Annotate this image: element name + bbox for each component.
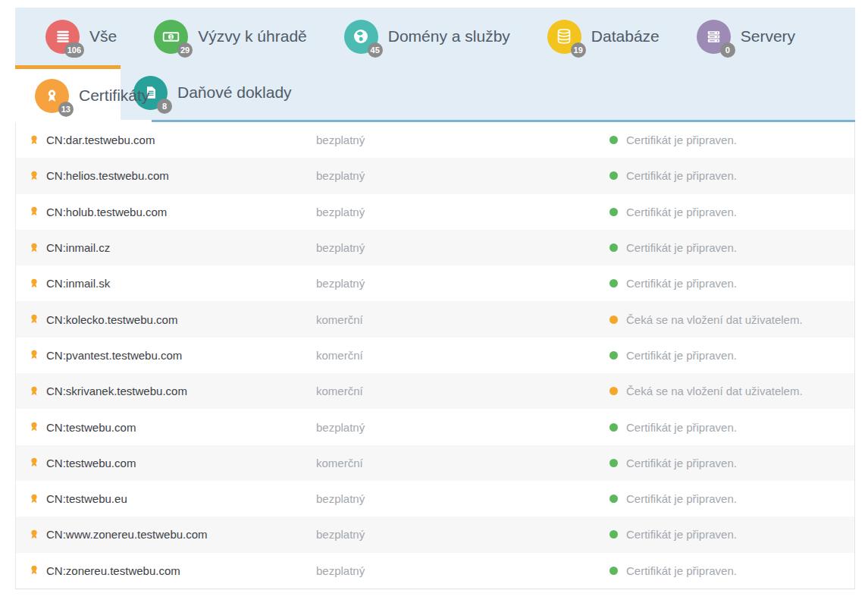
certificate-status: Certifikát je připraven. xyxy=(609,277,854,290)
certificates-table: CN:dar.testwebu.com bezplatný Certifikát… xyxy=(15,122,855,589)
status-text: Certifikát je připraven. xyxy=(626,528,737,541)
certificate-name: CN:www.zonereu.testwebu.com xyxy=(46,528,316,541)
count-badge: 19 xyxy=(571,42,586,58)
status-text: Certifikát je připraven. xyxy=(626,169,737,182)
tab-label: Daňové doklady xyxy=(177,83,292,102)
certificate-status: Certifikát je připraven. xyxy=(609,528,854,541)
tab-vyzvy-k-uhrade[interactable]: 1 29 Výzvy k úhradě xyxy=(137,20,327,54)
certificate-status: Certifikát je připraven. xyxy=(609,349,854,362)
certificate-type: bezplatný xyxy=(316,277,609,290)
certificate-row[interactable]: CN:inmail.sk bezplatný Certifikát je při… xyxy=(16,265,854,301)
status-text: Certifikát je připraven. xyxy=(626,206,737,218)
certificate-type: bezplatný xyxy=(316,492,609,505)
status-text: Certifikát je připraven. xyxy=(626,241,737,254)
tab-certifikaty[interactable]: 13 Certifikáty xyxy=(15,65,121,122)
certificate-type: komerční xyxy=(316,313,609,326)
certificate-type: bezplatný xyxy=(316,133,609,146)
certificate-name: CN:inmail.cz xyxy=(46,241,316,254)
status-text: Certifikát je připraven. xyxy=(626,277,737,290)
certificate-status: Čeká se na vložení dat uživatelem. xyxy=(609,313,854,326)
status-dot xyxy=(609,316,618,324)
certificate-row[interactable]: CN:pvantest.testwebu.com komerční Certif… xyxy=(16,338,854,373)
certificate-name: CN:skrivanek.testwebu.com xyxy=(46,385,316,397)
tab-domeny-a-sluzby[interactable]: 45 Domény a služby xyxy=(327,20,531,54)
count-badge: 8 xyxy=(157,99,172,114)
tab-label: Certifikáty xyxy=(79,86,149,105)
certificate-name: CN:testwebu.com xyxy=(46,421,316,434)
status-dot xyxy=(609,423,618,432)
certificate-row[interactable]: CN:testwebu.com komerční Certifikát je p… xyxy=(16,445,854,481)
status-text: Certifikát je připraven. xyxy=(626,349,737,362)
certificate-name: CN:pvantest.testwebu.com xyxy=(46,349,316,362)
status-dot xyxy=(609,279,618,287)
certificate-row[interactable]: CN:holub.testwebu.com bezplatný Certifik… xyxy=(16,194,854,230)
tab-label: Databáze xyxy=(591,27,660,46)
certificate-row[interactable]: CN:testwebu.com bezplatný Certifikát je … xyxy=(16,409,854,444)
certificate-status: Čeká se na vložení dat uživatelem. xyxy=(609,385,854,397)
certificate-type: bezplatný xyxy=(316,421,609,434)
status-text: Certifikát je připraven. xyxy=(626,133,737,146)
status-text: Certifikát je připraven. xyxy=(626,492,737,505)
status-dot xyxy=(609,567,618,575)
certificate-row[interactable]: CN:dar.testwebu.com bezplatný Certifikát… xyxy=(16,122,854,158)
certificate-name: CN:zonereu.testwebu.com xyxy=(46,564,316,577)
count-badge: 13 xyxy=(58,102,74,117)
certificate-status: Certifikát je připraven. xyxy=(609,492,854,505)
status-dot xyxy=(609,459,618,467)
globe-icon xyxy=(352,27,370,46)
certificate-row[interactable]: CN:www.zonereu.testwebu.com bezplatný Ce… xyxy=(16,517,854,552)
status-text: Certifikát je připraven. xyxy=(626,564,737,577)
tab-vse[interactable]: 106 Vše xyxy=(29,20,137,54)
certificate-type: komerční xyxy=(316,457,609,469)
status-dot xyxy=(609,530,618,538)
svg-text:1: 1 xyxy=(170,33,173,39)
document-tabs-row: 13 Certifikáty 8 Daňové doklady xyxy=(15,65,855,120)
status-dot xyxy=(609,136,618,144)
certificate-icon xyxy=(28,170,40,182)
certificate-type: komerční xyxy=(316,349,609,362)
status-dot xyxy=(609,495,618,503)
status-dot xyxy=(609,387,618,395)
certificate-icon xyxy=(28,421,40,433)
certificate-name: CN:dar.testwebu.com xyxy=(46,133,316,146)
category-tabs-row: 106 Vše 1 29 Výzvy k úhradě 45 Domény a … xyxy=(15,8,855,65)
tab-label: Domény a služby xyxy=(388,27,510,46)
status-text: Certifikát je připraven. xyxy=(626,457,737,469)
certificate-name: CN:inmail.sk xyxy=(46,277,316,290)
certificate-row[interactable]: CN:zonereu.testwebu.com bezplatný Certif… xyxy=(16,553,854,589)
tab-databaze[interactable]: 19 Databáze xyxy=(531,20,680,54)
certificate-status: Certifikát je připraven. xyxy=(609,421,854,434)
count-badge: 106 xyxy=(64,42,84,58)
status-dot xyxy=(609,351,618,360)
certificate-row[interactable]: CN:testwebu.eu bezplatný Certifikát je p… xyxy=(16,481,854,517)
status-dot xyxy=(609,208,618,216)
count-badge: 0 xyxy=(720,42,735,58)
certificate-icon xyxy=(28,206,40,218)
certificate-icon xyxy=(28,349,40,361)
certificate-type: bezplatný xyxy=(316,241,609,254)
status-dot xyxy=(609,243,618,252)
tab-servery[interactable]: 0 Servery xyxy=(680,20,816,54)
certificate-type: bezplatný xyxy=(316,206,609,218)
certificate-row[interactable]: CN:kolecko.testwebu.com komerční Čeká se… xyxy=(16,301,854,337)
certificate-status: Certifikát je připraven. xyxy=(609,133,854,146)
database-icon xyxy=(555,27,573,46)
tab-label: Vše xyxy=(89,27,117,46)
count-badge: 45 xyxy=(368,42,383,58)
certificate-row[interactable]: CN:helios.testwebu.com bezplatný Certifi… xyxy=(16,158,854,193)
certificate-icon xyxy=(28,529,40,541)
certificate-status: Certifikát je připraven. xyxy=(609,241,854,254)
certificate-row[interactable]: CN:inmail.cz bezplatný Certifikát je při… xyxy=(16,230,854,265)
certificate-row[interactable]: CN:skrivanek.testwebu.com komerční Čeká … xyxy=(16,373,854,409)
certificate-name: CN:testwebu.com xyxy=(46,457,316,469)
account-overview-panel: 106 Vše 1 29 Výzvy k úhradě 45 Domény a … xyxy=(15,8,855,589)
status-text: Čeká se na vložení dat uživatelem. xyxy=(626,313,803,326)
certificate-icon xyxy=(28,242,40,254)
certificate-icon xyxy=(28,385,40,397)
certificate-icon xyxy=(28,134,40,146)
banknote-icon: 1 xyxy=(161,27,180,46)
certificate-status: Certifikát je připraven. xyxy=(609,564,854,577)
certificate-icon xyxy=(28,278,40,290)
certificate-icon xyxy=(28,313,40,325)
certificate-icon xyxy=(28,493,40,505)
